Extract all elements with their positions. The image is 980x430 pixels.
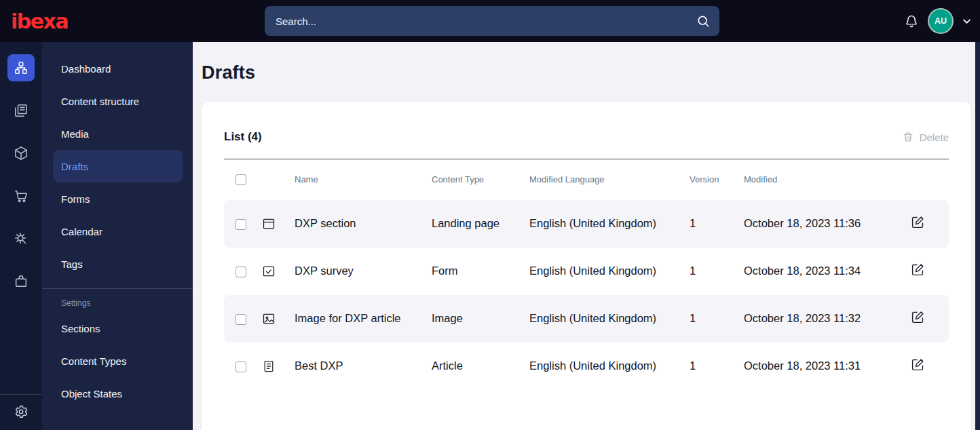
cell-content-type: Landing page — [426, 200, 524, 248]
list-count-title: List (4) — [224, 130, 262, 144]
row-checkbox[interactable] — [235, 314, 246, 325]
sidebar-item-calendar[interactable]: Calendar — [53, 215, 183, 248]
gear-icon — [14, 404, 29, 419]
sidebar-item-label: Tags — [61, 258, 83, 270]
main-content: Drafts List (4) Delete — [193, 42, 975, 430]
sidebar-item-label: Dashboard — [61, 63, 111, 75]
sidebar-settings-group: Settings Sections Content Types Object S… — [42, 288, 193, 410]
chevron-down-icon[interactable] — [963, 19, 970, 24]
pages-icon — [14, 103, 29, 118]
rail-settings[interactable] — [0, 394, 42, 430]
edit-button[interactable] — [907, 310, 925, 324]
personalization-icon — [14, 231, 29, 246]
avatar[interactable]: AU — [929, 9, 952, 33]
cell-content-type: Article — [426, 343, 524, 390]
sidebar-item-dashboard[interactable]: Dashboard — [53, 52, 183, 85]
cell-modified: October 18, 2023 11:31 — [738, 343, 901, 390]
column-header-name: Name — [289, 159, 426, 200]
sidebar-item-content-structure[interactable]: Content structure — [53, 85, 183, 117]
rail-item-commerce[interactable] — [7, 182, 35, 210]
sidebar: Dashboard Content structure Media Drafts… — [42, 42, 193, 430]
page-title: Drafts — [202, 62, 975, 83]
cell-name: DXP section — [289, 200, 426, 248]
select-all-checkbox[interactable] — [235, 174, 246, 185]
icon-rail — [0, 42, 42, 430]
sidebar-item-sections[interactable]: Sections — [53, 312, 183, 345]
sidebar-item-label: Content structure — [61, 96, 139, 107]
image-icon — [262, 312, 276, 326]
column-header-modified-language: Modified Language — [524, 159, 684, 200]
cell-content-type: Image — [426, 295, 524, 343]
cell-content-type: Form — [426, 248, 524, 295]
cell-name: Image for DXP article — [289, 295, 426, 343]
cell-modified: October 18, 2023 11:36 — [738, 200, 901, 248]
topbar: ibexa AU — [0, 0, 980, 42]
cart-icon — [14, 189, 29, 203]
edit-button[interactable] — [907, 262, 925, 277]
table-row[interactable]: DXP section Landing page English (United… — [224, 200, 949, 248]
drafts-table: Name Content Type Modified Language Vers… — [224, 159, 949, 390]
cell-version: 1 — [684, 295, 738, 343]
row-checkbox[interactable] — [235, 267, 246, 277]
sidebar-item-media[interactable]: Media — [53, 117, 183, 150]
cell-name: DXP survey — [289, 248, 426, 295]
cell-version: 1 — [684, 343, 738, 390]
cell-language: English (United Kingdom) — [524, 295, 684, 343]
edit-icon — [911, 215, 925, 229]
settings-section-label: Settings — [42, 292, 193, 312]
table-row[interactable]: Image for DXP article Image English (Uni… — [224, 295, 949, 343]
rail-item-pages[interactable] — [7, 97, 35, 124]
landing-page-icon — [262, 217, 276, 231]
cell-language: English (United Kingdom) — [524, 343, 684, 390]
form-icon — [262, 265, 276, 278]
sidebar-item-drafts[interactable]: Drafts — [53, 150, 183, 182]
ibexa-logo: ibexa — [11, 9, 68, 33]
blocks-icon — [14, 146, 29, 161]
rail-item-blocks[interactable] — [7, 140, 35, 167]
rail-item-products[interactable] — [7, 268, 35, 295]
delete-label: Delete — [920, 132, 949, 143]
cell-modified: October 18, 2023 11:32 — [738, 295, 901, 343]
table-row[interactable]: DXP survey Form English (United Kingdom)… — [224, 248, 949, 295]
row-checkbox[interactable] — [235, 219, 246, 230]
rail-item-personalization[interactable] — [7, 225, 35, 252]
trash-icon — [902, 131, 914, 143]
bell-icon[interactable] — [905, 14, 918, 28]
sidebar-item-label: Media — [61, 128, 89, 140]
sidebar-item-forms[interactable]: Forms — [53, 182, 183, 215]
row-checkbox[interactable] — [235, 361, 246, 372]
cell-version: 1 — [684, 248, 738, 295]
cell-name: Best DXP — [289, 343, 426, 390]
sidebar-item-object-states[interactable]: Object States — [53, 377, 183, 410]
cell-language: English (United Kingdom) — [524, 248, 684, 295]
edit-icon — [911, 357, 925, 372]
edit-icon — [911, 262, 925, 277]
sidebar-item-tags[interactable]: Tags — [53, 248, 183, 280]
search-input[interactable] — [276, 16, 696, 27]
sidebar-item-label: Drafts — [61, 161, 88, 172]
sidebar-item-label: Content Types — [61, 355, 126, 367]
column-header-version: Version — [684, 159, 738, 200]
sidebar-item-label: Calendar — [61, 226, 102, 237]
table-row[interactable]: Best DXP Article English (United Kingdom… — [224, 343, 949, 390]
content-tree-icon — [14, 60, 29, 75]
sidebar-item-label: Object States — [61, 388, 122, 399]
right-panel-strip — [975, 42, 980, 430]
drafts-card: List (4) Delete — [202, 102, 971, 430]
sidebar-item-content-types[interactable]: Content Types — [53, 345, 183, 377]
cell-version: 1 — [684, 200, 738, 248]
search-bar[interactable] — [265, 6, 719, 36]
table-header-row: Name Content Type Modified Language Vers… — [224, 159, 949, 200]
bag-icon — [14, 274, 29, 289]
edit-button[interactable] — [907, 357, 925, 372]
rail-item-content-tree[interactable] — [7, 54, 35, 81]
column-header-content-type: Content Type — [426, 159, 524, 200]
search-icon[interactable] — [696, 14, 710, 28]
delete-button[interactable]: Delete — [902, 131, 949, 143]
edit-icon — [911, 310, 925, 324]
sidebar-item-label: Sections — [61, 323, 100, 334]
edit-button[interactable] — [907, 215, 925, 229]
cell-modified: October 18, 2023 11:34 — [738, 248, 901, 295]
cell-language: English (United Kingdom) — [524, 200, 684, 248]
article-icon — [262, 359, 276, 373]
